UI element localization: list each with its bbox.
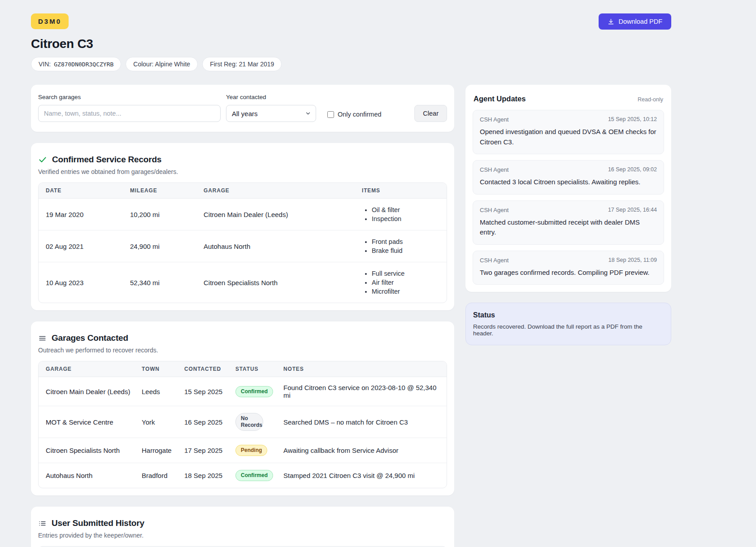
table-row: 19 Mar 2020 10,200 mi Citroen Main Deale… [39, 199, 447, 230]
garages-contacted-table: Garage Town Contacted Status Notes Citro… [38, 361, 447, 488]
menu-lines-icon [38, 334, 47, 343]
record-garage: Citroen Specialists North [204, 262, 362, 303]
garages-contacted-card: Garages Contacted Outreach we performed … [31, 321, 454, 495]
status-title: Status [473, 311, 664, 319]
agent-name: CSH Agent [480, 257, 508, 264]
col-header-items: Items [362, 183, 447, 199]
download-pdf-label: Download PDF [618, 18, 662, 25]
garages-contacted-title: Garages Contacted [52, 333, 128, 343]
col-header-mileage: Mileage [130, 183, 204, 199]
col-header-garage: Garage [204, 183, 362, 199]
agent-update-item: CSH Agent 17 Sep 2025, 16:44 Matched cus… [473, 200, 664, 245]
col-header-date: Date [39, 183, 130, 199]
col-header-notes: Notes [283, 361, 447, 377]
garage-contacted: 16 Sep 2025 [184, 406, 235, 438]
table-row: Autohaus North Bradford 18 Sep 2025 Conf… [39, 463, 447, 488]
update-text: Matched customer-submitted receipt with … [480, 217, 657, 238]
search-label: Search garages [38, 94, 221, 100]
record-mileage: 52,340 mi [130, 262, 204, 303]
table-row: MOT & Service Centre York 16 Sep 2025 No… [39, 406, 447, 438]
readonly-label: Read-only [638, 96, 663, 103]
vin-chip: VIN: GZ870DN0DR3QCZYRB [31, 57, 121, 71]
agent-name: CSH Agent [480, 116, 508, 123]
garage-town: Harrogate [142, 438, 184, 463]
search-field-group: Search garages [38, 94, 221, 122]
vin-label: VIN: [39, 61, 51, 68]
record-garage: Citroen Main Dealer (Leeds) [204, 199, 362, 230]
year-field-group: Year contacted All years [226, 94, 316, 122]
garage-contacted: 17 Sep 2025 [184, 438, 235, 463]
garage-notes: Searched DMS – no match for Citroen C3 [283, 406, 447, 438]
only-confirmed-label: Only confirmed [338, 111, 382, 118]
vin-value: GZ870DN0DR3QCZYRB [54, 61, 113, 68]
update-text: Two garages confirmed records. Compiling… [480, 268, 657, 278]
col-header-garage: Garage [39, 361, 142, 377]
agent-update-item: CSH Agent 18 Sep 2025, 11:09 Two garages… [473, 251, 664, 285]
garage-contacted: 15 Sep 2025 [184, 377, 235, 406]
confirmed-records-card: Confirmed Service Records Verified entri… [31, 143, 454, 310]
garage-name: Citroen Specialists North [39, 438, 142, 463]
year-label: Year contacted [226, 94, 316, 100]
agent-updates-title: Agent Updates [474, 95, 526, 103]
user-history-card: User Submitted History Entries provided … [31, 507, 454, 547]
garage-name: Autohaus North [39, 463, 142, 488]
user-history-title: User Submitted History [52, 518, 144, 528]
status-badge: No Records [235, 413, 263, 431]
update-timestamp: 18 Sep 2025, 11:09 [608, 257, 657, 264]
col-header-town: Town [142, 361, 184, 377]
download-icon [608, 18, 614, 25]
clear-button[interactable]: Clear [414, 105, 447, 122]
year-select[interactable]: All years [226, 105, 316, 122]
update-timestamp: 15 Sep 2025, 10:12 [608, 116, 657, 123]
confirmed-records-table: Date Mileage Garage Items 19 Mar 2020 10… [38, 182, 447, 303]
agent-updates-card: Agent Updates Read-only CSH Agent 15 Sep… [465, 85, 671, 292]
garage-town: Leeds [142, 377, 184, 406]
update-timestamp: 17 Sep 2025, 16:44 [608, 207, 657, 213]
filter-card: Search garages Year contacted All years [31, 85, 454, 132]
only-confirmed-checkbox-group[interactable]: Only confirmed [327, 111, 382, 118]
garage-town: York [142, 406, 184, 438]
demo-badge: D3M0 [31, 13, 69, 29]
status-badge: Confirmed [235, 470, 273, 481]
update-text: Contacted 3 local Citroen specialists. A… [480, 177, 657, 187]
table-row: Citroen Main Dealer (Leeds) Leeds 15 Sep… [39, 377, 447, 406]
table-row: Citroen Specialists North Harrogate 17 S… [39, 438, 447, 463]
record-mileage: 10,200 mi [130, 199, 204, 230]
page-title: Citroen C3 [31, 37, 671, 51]
table-row: 10 Aug 2023 52,340 mi Citroen Specialist… [39, 262, 447, 303]
vehicle-chips: VIN: GZ870DN0DR3QCZYRB Colour: Alpine Wh… [31, 57, 671, 71]
col-header-status: Status [235, 361, 283, 377]
record-date: 02 Aug 2021 [39, 230, 130, 262]
garage-notes: Found Citroen C3 service on 2023-08-10 @… [283, 377, 447, 406]
record-items: Full service Air filter Microfilter [362, 269, 439, 296]
col-header-contacted: Contacted [184, 361, 235, 377]
update-timestamp: 16 Sep 2025, 09:02 [608, 166, 657, 173]
status-badge: Confirmed [235, 386, 273, 397]
search-input[interactable] [38, 105, 221, 122]
agent-update-item: CSH Agent 15 Sep 2025, 10:12 Opened inve… [473, 110, 664, 154]
first-reg-chip: First Reg: 21 Mar 2019 [202, 57, 282, 71]
status-panel: Status Records recovered. Download the f… [465, 303, 671, 345]
garage-notes: Stamped 2021 Citroen C3 visit @ 24,900 m… [283, 463, 447, 488]
user-history-subtitle: Entries provided by the keeper/owner. [38, 532, 447, 539]
record-garage: Autohaus North [204, 230, 362, 262]
agent-name: CSH Agent [480, 207, 508, 213]
colour-chip: Colour: Alpine White [126, 57, 198, 71]
record-date: 10 Aug 2023 [39, 262, 130, 303]
agent-name: CSH Agent [480, 166, 508, 173]
record-mileage: 24,900 mi [130, 230, 204, 262]
check-icon [38, 155, 47, 164]
status-text: Records recovered. Download the full rep… [473, 323, 664, 337]
garage-contacted: 18 Sep 2025 [184, 463, 235, 488]
record-date: 19 Mar 2020 [39, 199, 130, 230]
garage-name: Citroen Main Dealer (Leeds) [39, 377, 142, 406]
table-row: 02 Aug 2021 24,900 mi Autohaus North Fro… [39, 230, 447, 262]
confirmed-records-title: Confirmed Service Records [52, 155, 161, 165]
update-text: Opened investigation and queued DVSA & O… [480, 127, 657, 147]
download-pdf-button[interactable]: Download PDF [599, 13, 671, 30]
page-header: D3M0 Download PDF [31, 13, 671, 30]
garage-notes: Awaiting callback from Service Advisor [283, 438, 447, 463]
record-items: Oil & filter Inspection [362, 205, 439, 223]
agent-update-item: CSH Agent 16 Sep 2025, 09:02 Contacted 3… [473, 160, 664, 195]
only-confirmed-checkbox[interactable] [327, 111, 334, 118]
